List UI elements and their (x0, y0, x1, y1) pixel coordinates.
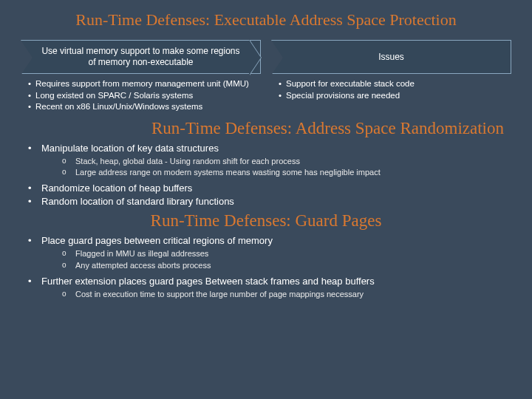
sub-item: Cost in execution time to support the la… (62, 289, 511, 300)
asr-list: Manipulate location of key data structur… (21, 143, 511, 208)
right-bullets: •Support for executable stack code •Spec… (271, 74, 511, 101)
list-item: Random location of standard library func… (28, 196, 511, 207)
item-text: Random location of standard library func… (41, 196, 234, 207)
sub-item: Large address range on modern systems me… (62, 167, 511, 178)
title-guard-pages: Run-Time Defenses: Guard Pages (21, 211, 511, 231)
banner-row: Use virtual memory support to make some … (21, 40, 511, 113)
sub-list: Cost in execution time to support the la… (41, 287, 511, 302)
bullet-text: Long existed on SPARC / Solaris systems (35, 90, 258, 102)
title-asr: Run-Time Defenses: Address Space Randomi… (21, 119, 511, 138)
banner-issues: Issues (271, 40, 511, 74)
list-item: Manipulate location of key data structur… (28, 143, 511, 181)
bullet-text: Requires support from memory management … (35, 78, 258, 90)
list-item: Place guard pages between critical regio… (28, 235, 511, 273)
list-item: Randomize location of heap buffers (28, 183, 511, 194)
sub-item: Flagged in MMU as illegal addresses (62, 248, 511, 259)
item-text: Further extension places guard pages Bet… (41, 276, 375, 287)
banner-right-text: Issues (378, 52, 404, 63)
item-text: Place guard pages between critical regio… (41, 235, 273, 246)
title-executable-space: Run-Time Defenses: Executable Address Sp… (21, 10, 511, 30)
sub-list: Flagged in MMU as illegal addresses Any … (41, 246, 511, 273)
item-text: Randomize location of heap buffers (41, 183, 192, 194)
item-text: Manipulate location of key data structur… (41, 143, 219, 154)
bullet-text: Special provisions are needed (286, 90, 508, 102)
sub-item: Any attempted access aborts process (62, 260, 511, 271)
bullet-text: Support for executable stack code (286, 78, 508, 90)
sub-item: Stack, heap, global data - Using random … (62, 156, 511, 167)
sub-list: Stack, heap, global data - Using random … (41, 154, 511, 181)
banner-left-text: Use virtual memory support to make some … (39, 46, 242, 68)
slide: Run-Time Defenses: Executable Address Sp… (0, 0, 532, 312)
gp-list: Place guard pages between critical regio… (21, 235, 511, 302)
col-right: Issues •Support for executable stack cod… (271, 40, 511, 113)
bullet-text: Recent on x86 Linux/Unix/Windows systems (35, 101, 258, 113)
list-item: Further extension places guard pages Bet… (28, 276, 511, 302)
banner-virtual-memory: Use virtual memory support to make some … (21, 40, 261, 74)
left-bullets: •Requires support from memory management… (21, 74, 261, 113)
col-left: Use virtual memory support to make some … (21, 40, 261, 113)
